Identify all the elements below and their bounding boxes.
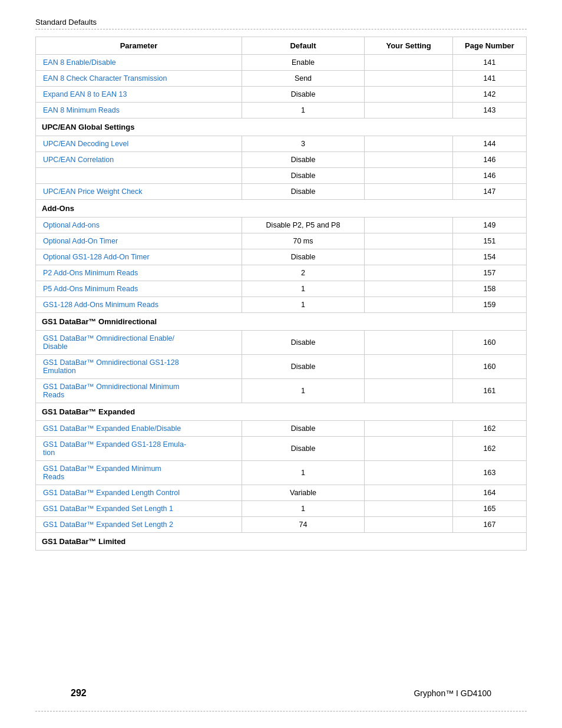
param-cell[interactable]: EAN 8 Enable/Disable bbox=[36, 55, 242, 71]
page-number-cell: 149 bbox=[453, 218, 527, 233]
param-cell[interactable]: GS1-128 Add-Ons Minimum Reads bbox=[36, 297, 242, 313]
param-cell[interactable]: GS1 DataBar™ Expanded Enable/Disable bbox=[36, 421, 242, 437]
your-setting-cell bbox=[365, 331, 453, 355]
col-header-parameter: Parameter bbox=[36, 37, 242, 55]
page-number-cell: 142 bbox=[453, 87, 527, 103]
param-cell[interactable]: GS1 DataBar™ Omnidirectional GS1-128Emul… bbox=[36, 355, 242, 379]
param-cell[interactable]: UPC/EAN Decoding Level bbox=[36, 136, 242, 152]
section-label: GS1 DataBar™ Omnidirectional bbox=[36, 313, 527, 331]
footer-wrapper: 292 Gryphon™ I GD4100 bbox=[35, 711, 527, 716]
your-setting-cell bbox=[365, 461, 453, 485]
param-cell[interactable]: Optional GS1-128 Add-On Timer bbox=[36, 249, 242, 265]
section-label: Add-Ons bbox=[36, 200, 527, 218]
table-row: UPC/EAN Decoding Level3144 bbox=[36, 136, 527, 152]
table-row: Expand EAN 8 to EAN 13Disable142 bbox=[36, 87, 527, 103]
table-row: GS1 DataBar™ Expanded bbox=[36, 403, 527, 421]
footer-divider bbox=[35, 711, 527, 711]
footer: 292 Gryphon™ I GD4100 bbox=[71, 688, 491, 699]
page-number-cell: 167 bbox=[453, 517, 527, 533]
default-cell: 3 bbox=[242, 136, 364, 152]
section-label: GS1 DataBar™ Limited bbox=[36, 533, 527, 551]
param-cell[interactable]: Optional Add-ons bbox=[36, 218, 242, 233]
your-setting-cell bbox=[365, 437, 453, 461]
your-setting-cell bbox=[365, 265, 453, 281]
your-setting-cell bbox=[365, 184, 453, 200]
param-cell[interactable]: EAN 8 Minimum Reads bbox=[36, 103, 242, 118]
page-number-cell: 162 bbox=[453, 437, 527, 461]
default-cell: 1 bbox=[242, 379, 364, 403]
param-cell[interactable] bbox=[36, 168, 242, 184]
table-row: GS1 DataBar™ Expanded Enable/DisableDisa… bbox=[36, 421, 527, 437]
page-number-cell: 160 bbox=[453, 355, 527, 379]
table-row: GS1 DataBar™ Omnidirectional Enable/Disa… bbox=[36, 331, 527, 355]
param-cell[interactable]: GS1 DataBar™ Expanded Length Control bbox=[36, 485, 242, 501]
default-cell: Disable bbox=[242, 331, 364, 355]
page-number-cell: 164 bbox=[453, 485, 527, 501]
page-number-cell: 157 bbox=[453, 265, 527, 281]
param-cell[interactable]: P5 Add-Ons Minimum Reads bbox=[36, 281, 242, 297]
param-cell[interactable]: GS1 DataBar™ Omnidirectional MinimumRead… bbox=[36, 379, 242, 403]
page-number-cell: 147 bbox=[453, 184, 527, 200]
table-row: EAN 8 Check Character TransmissionSend14… bbox=[36, 71, 527, 87]
table-row: UPC/EAN Global Settings bbox=[36, 118, 527, 136]
standard-defaults-label: Standard Defaults bbox=[35, 18, 527, 27]
param-cell[interactable]: P2 Add-Ons Minimum Reads bbox=[36, 265, 242, 281]
your-setting-cell bbox=[365, 421, 453, 437]
settings-table: Parameter Default Your Setting Page Numb… bbox=[35, 37, 527, 551]
your-setting-cell bbox=[365, 517, 453, 533]
table-row: P2 Add-Ons Minimum Reads2157 bbox=[36, 265, 527, 281]
page-number-cell: 146 bbox=[453, 168, 527, 184]
table-row: EAN 8 Enable/DisableEnable141 bbox=[36, 55, 527, 71]
param-cell[interactable]: GS1 DataBar™ Expanded Set Length 1 bbox=[36, 501, 242, 517]
table-header-row: Parameter Default Your Setting Page Numb… bbox=[36, 37, 527, 55]
page-number: 292 bbox=[71, 688, 87, 699]
your-setting-cell bbox=[365, 249, 453, 265]
your-setting-cell bbox=[365, 71, 453, 87]
your-setting-cell bbox=[365, 136, 453, 152]
default-cell: Disable bbox=[242, 168, 364, 184]
page-number-cell: 144 bbox=[453, 136, 527, 152]
default-cell: 2 bbox=[242, 265, 364, 281]
your-setting-cell bbox=[365, 152, 453, 168]
page-number-cell: 158 bbox=[453, 281, 527, 297]
header-section: Standard Defaults bbox=[35, 18, 527, 29]
default-cell: Send bbox=[242, 71, 364, 87]
page-number-cell: 165 bbox=[453, 501, 527, 517]
your-setting-cell bbox=[365, 233, 453, 249]
param-cell[interactable]: UPC/EAN Correlation bbox=[36, 152, 242, 168]
param-cell[interactable]: Expand EAN 8 to EAN 13 bbox=[36, 87, 242, 103]
page-number-cell: 141 bbox=[453, 71, 527, 87]
table-row: GS1 DataBar™ Expanded MinimumReads1163 bbox=[36, 461, 527, 485]
table-row: UPC/EAN CorrelationDisable146 bbox=[36, 152, 527, 168]
col-header-default: Default bbox=[242, 37, 364, 55]
default-cell: 1 bbox=[242, 501, 364, 517]
param-cell[interactable]: Optional Add-On Timer bbox=[36, 233, 242, 249]
table-row: GS1 DataBar™ Omnidirectional bbox=[36, 313, 527, 331]
page-number-cell: 146 bbox=[453, 152, 527, 168]
default-cell: Enable bbox=[242, 55, 364, 71]
param-cell[interactable]: GS1 DataBar™ Expanded MinimumReads bbox=[36, 461, 242, 485]
your-setting-cell bbox=[365, 281, 453, 297]
your-setting-cell bbox=[365, 218, 453, 233]
your-setting-cell bbox=[365, 485, 453, 501]
product-name: Gryphon™ I GD4100 bbox=[414, 689, 491, 698]
your-setting-cell bbox=[365, 103, 453, 118]
param-cell[interactable]: GS1 DataBar™ Expanded GS1-128 Emula-tion bbox=[36, 437, 242, 461]
default-cell: Disable P2, P5 and P8 bbox=[242, 218, 364, 233]
param-cell[interactable]: EAN 8 Check Character Transmission bbox=[36, 71, 242, 87]
default-cell: 1 bbox=[242, 103, 364, 118]
table-row: UPC/EAN Price Weight CheckDisable147 bbox=[36, 184, 527, 200]
table-row: GS1 DataBar™ Limited bbox=[36, 533, 527, 551]
param-cell[interactable]: GS1 DataBar™ Omnidirectional Enable/Disa… bbox=[36, 331, 242, 355]
table-row: EAN 8 Minimum Reads1143 bbox=[36, 103, 527, 118]
table-row: Optional Add-onsDisable P2, P5 and P8149 bbox=[36, 218, 527, 233]
param-cell[interactable]: UPC/EAN Price Weight Check bbox=[36, 184, 242, 200]
page-number-cell: 143 bbox=[453, 103, 527, 118]
table-row: GS1-128 Add-Ons Minimum Reads1159 bbox=[36, 297, 527, 313]
default-cell: 1 bbox=[242, 297, 364, 313]
your-setting-cell bbox=[365, 379, 453, 403]
param-cell[interactable]: GS1 DataBar™ Expanded Set Length 2 bbox=[36, 517, 242, 533]
page-number-cell: 154 bbox=[453, 249, 527, 265]
section-label: UPC/EAN Global Settings bbox=[36, 118, 527, 136]
page-number-cell: 151 bbox=[453, 233, 527, 249]
